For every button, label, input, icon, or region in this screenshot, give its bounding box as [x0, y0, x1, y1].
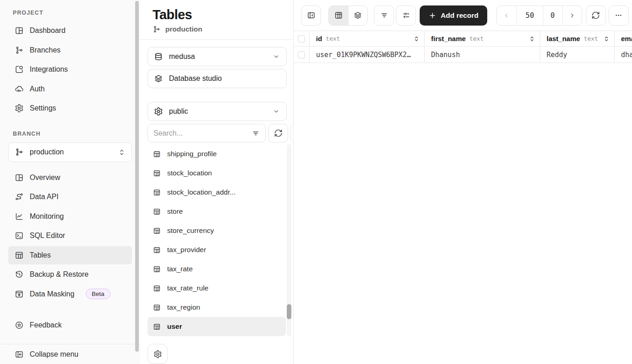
history-icon: [15, 270, 24, 279]
layers-icon: [353, 11, 362, 20]
sidebar-item-data-masking[interactable]: Data Masking Beta: [8, 285, 132, 303]
table-list-item[interactable]: tax_provider: [147, 240, 286, 259]
sidebar-item-label: Dashboard: [30, 26, 65, 35]
sidebar-item-settings[interactable]: Settings: [8, 99, 132, 117]
sort-icon[interactable]: [529, 36, 535, 42]
table-name: tax_rate_rule: [167, 284, 208, 292]
chevron-right-icon: [569, 12, 576, 19]
grid-empty-area: [294, 63, 632, 364]
row-checkbox[interactable]: [298, 51, 305, 58]
column-header-email[interactable]: ema: [615, 31, 632, 46]
column-type: text: [584, 35, 598, 42]
sliders-icon: [402, 11, 411, 20]
page-size-value[interactable]: 50: [516, 6, 543, 25]
add-record-button[interactable]: Add record: [420, 5, 487, 26]
branch-nav: Overview Data API Monitoring SQL Editor …: [0, 169, 140, 334]
sidebar-item-integrations[interactable]: Integrations: [8, 60, 132, 79]
prev-page-button[interactable]: [497, 6, 516, 25]
table-name: store: [167, 207, 183, 216]
chevron-down-icon: [272, 53, 280, 61]
beta-badge: Beta: [86, 289, 111, 299]
sidebar-item-branches[interactable]: Branches: [8, 41, 132, 59]
table-list-item[interactable]: tax_rate: [147, 259, 286, 279]
table-list-item[interactable]: tax_region: [147, 298, 286, 317]
table-view-button[interactable]: [329, 6, 348, 25]
sidebar-item-label: Integrations: [30, 65, 68, 74]
collapse-panel-button[interactable]: [301, 5, 321, 26]
table-icon: [153, 227, 161, 235]
cell-id[interactable]: user_01K9PKWNZQSW6BPX2…: [310, 47, 425, 63]
branches-icon: [15, 46, 24, 55]
table-row[interactable]: user_01K9PKWNZQSW6BPX2… Dhanush Reddy dh…: [294, 47, 632, 63]
table-list-item[interactable]: shipping_profile: [147, 144, 286, 164]
sort-icon[interactable]: [603, 36, 610, 42]
sidebar-item-data-api[interactable]: Data API: [8, 188, 132, 206]
sidebar-item-feedback[interactable]: Feedback: [8, 316, 132, 334]
table-list-item[interactable]: stock_location_addr...: [147, 183, 286, 202]
table-list-item-selected[interactable]: user: [147, 317, 286, 336]
sidebar-item-auth[interactable]: Auth: [8, 80, 132, 98]
table-list-item[interactable]: store: [147, 202, 286, 221]
schema-selector-value: public: [169, 107, 188, 116]
column-header-first-name[interactable]: first_name text: [425, 31, 540, 46]
page-offset-value[interactable]: 0: [543, 6, 562, 25]
branch-indicator: production: [153, 25, 286, 33]
gear-icon: [153, 350, 162, 359]
column-header-id[interactable]: id text: [310, 31, 425, 46]
schema-selector[interactable]: public: [147, 102, 287, 121]
refresh-tables-button[interactable]: [268, 124, 288, 142]
cell-first-name[interactable]: Dhanush: [425, 47, 540, 63]
tables-panel-controls: medusa Database studio public: [140, 40, 293, 142]
table-list-item[interactable]: stock_location: [147, 164, 286, 183]
table-list-scrollbar-track[interactable]: [287, 144, 291, 336]
table-icon: [153, 169, 161, 177]
select-all-checkbox[interactable]: [298, 35, 305, 42]
collapse-menu-button[interactable]: Collapse menu: [8, 345, 132, 364]
app-root: PROJECT Dashboard Branches Integrations …: [0, 0, 632, 364]
table-list: shipping_profile stock_location stock_lo…: [147, 144, 293, 336]
table-icon: [153, 265, 161, 273]
star-circle-icon: [15, 321, 24, 330]
refresh-grid-button[interactable]: [586, 5, 606, 26]
sidebar-item-backup-restore[interactable]: Backup & Restore: [8, 265, 132, 284]
table-list-scrollbar-thumb[interactable]: [287, 304, 291, 319]
database-studio-button[interactable]: Database studio: [147, 69, 287, 88]
sidebar-item-sql-editor[interactable]: SQL Editor: [8, 227, 132, 245]
next-page-button[interactable]: [562, 6, 582, 25]
branch-selector-value: production: [30, 148, 64, 156]
sidebar-bottom-bar: Collapse menu: [0, 344, 140, 364]
view-toggle: [328, 5, 368, 26]
panel-settings-button[interactable]: [147, 344, 168, 364]
collapse-menu-label: Collapse menu: [30, 350, 79, 359]
table-list-item[interactable]: store_currency: [147, 221, 286, 240]
search-input[interactable]: [153, 129, 248, 137]
schema-icon: [154, 107, 163, 116]
project-nav: Dashboard Branches Integrations Auth Set…: [0, 21, 140, 117]
filter-button[interactable]: [374, 5, 394, 26]
cell-value: dha: [621, 51, 632, 59]
add-table-button[interactable]: [290, 124, 294, 142]
database-selector[interactable]: medusa: [147, 47, 287, 66]
more-options-button[interactable]: [609, 5, 629, 26]
sidebar-item-overview[interactable]: Overview: [8, 169, 132, 187]
table-name: tax_provider: [167, 246, 206, 254]
sidebar-item-dashboard[interactable]: Dashboard: [8, 21, 132, 40]
column-header-last-name[interactable]: last_name text: [540, 31, 615, 46]
auth-icon: [15, 84, 24, 94]
sidebar-scrollbar[interactable]: [135, 1, 139, 352]
sort-icon[interactable]: [413, 36, 420, 42]
sidebar-item-label: Backup & Restore: [30, 270, 89, 279]
plus-icon: [428, 11, 437, 20]
sidebar-item-monitoring[interactable]: Monitoring: [8, 207, 132, 226]
cell-email[interactable]: dha: [615, 47, 632, 63]
sort-settings-button[interactable]: [396, 5, 416, 26]
sidebar-item-tables[interactable]: Tables: [8, 246, 132, 264]
chevron-down-icon: [272, 107, 280, 116]
grid-header-row: id text first_name text last_name text e…: [294, 31, 632, 47]
table-list-item[interactable]: tax_rate_rule: [147, 279, 286, 298]
schema-view-button[interactable]: [348, 6, 367, 25]
cell-last-name[interactable]: Reddy: [540, 47, 615, 63]
data-grid-panel: Add record 50 0 id text first_name text: [294, 0, 632, 364]
table-icon: [153, 150, 161, 158]
branch-selector[interactable]: production: [8, 142, 132, 162]
